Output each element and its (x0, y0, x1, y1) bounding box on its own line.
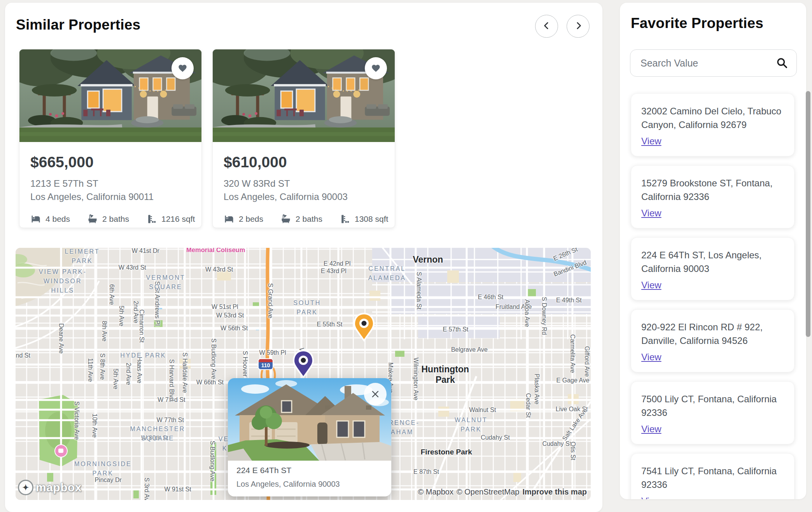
sqft-value: 1216 sqft (161, 214, 195, 224)
map-street-label: S Budlong Ave (209, 440, 216, 481)
close-icon (371, 389, 380, 399)
map-street-label: W 66th St (196, 379, 224, 386)
shield-red-band (259, 359, 273, 362)
map-area-label: HYDE PARK (120, 351, 166, 360)
search-icon[interactable] (776, 57, 788, 69)
favorite-item: 15279 Brookstone ST, Fontana, California… (631, 165, 794, 228)
favorite-view-link[interactable]: View (641, 352, 662, 363)
map-street-label: W 91st St (164, 486, 191, 493)
property-price: $610,000 (224, 154, 384, 171)
map-street-label: W 43rd St (119, 264, 146, 271)
map-street-label: S 8th Ave (99, 353, 106, 379)
map-street-label: S Budlong Ave (210, 338, 217, 379)
page-scrollbar-thumb[interactable] (806, 91, 810, 337)
heart-icon (177, 63, 188, 74)
property-card-body: $610,000 320 W 83Rd ST Los Angeles, Cali… (213, 142, 395, 224)
map-street-label: W 43rd St (205, 266, 233, 273)
popup-close-button[interactable] (364, 383, 387, 405)
map-street-label: E 87th St (413, 468, 439, 475)
map-street-label: E 57th St (443, 326, 469, 333)
map-street-label: Cudahy St (481, 434, 510, 441)
sqft-stat: 1308 sqft (340, 214, 388, 224)
map-street-label: S 3rd Ave (143, 478, 150, 500)
map-street-label: E 42nd Pl (324, 260, 350, 267)
map-street-label: S Grand Ave (267, 283, 274, 318)
favorite-heart-button[interactable] (365, 57, 387, 79)
property-card-body: $665,000 1213 E 57Th ST Los Angeles, Cal… (19, 142, 201, 224)
baths-value: 2 baths (102, 214, 129, 224)
map-city-label: Huntington Park (422, 364, 469, 385)
property-marker-purple[interactable] (292, 349, 315, 379)
favorite-item: 920-922 El Rincon RD # 922, Danville, Ca… (631, 309, 794, 372)
favorite-heart-button[interactable] (172, 57, 194, 79)
search-input[interactable] (630, 49, 797, 77)
favorite-view-link[interactable]: View (641, 136, 662, 147)
map-street-label: Plaska Ave (533, 373, 540, 404)
area-icon (146, 214, 157, 224)
map-poi-label: Memorial Coliseum (186, 248, 245, 254)
property-city: Los Angeles, California 90003 (224, 190, 384, 203)
map-street-label: 5th Ave (118, 305, 125, 326)
map-street-label: 11th Ave (87, 358, 94, 382)
map-street-label: Cimarron St (138, 309, 145, 342)
map-street-label: Cedar St (525, 393, 532, 417)
map-street-label: 2nd Ave (125, 363, 132, 385)
map[interactable]: W 41st Dr W 43rd St W 43rd St E 42nd Pl … (16, 248, 591, 500)
property-address: 1213 E 57Th ST (30, 177, 191, 190)
property-photo (213, 49, 395, 142)
bath-icon (87, 214, 98, 224)
favorites-search (630, 49, 797, 77)
attribution-osm-link[interactable]: © OpenStreetMap (457, 487, 519, 496)
favorite-item: 7541 Lily CT, Fontana, California 92336 … (631, 453, 794, 499)
property-marker-orange[interactable] (353, 312, 375, 342)
mapbox-logo-icon: ✦ (18, 480, 33, 495)
favorite-view-link[interactable]: View (641, 280, 662, 291)
sqft-stat: 1216 sqft (146, 214, 195, 224)
property-price: $665,000 (30, 154, 191, 171)
favorite-properties-panel: Favorite Properties 32002 Camino Del Cie… (620, 3, 806, 499)
map-street-label: 10th Ave (91, 414, 98, 438)
carousel-next-button[interactable] (567, 15, 590, 38)
chevron-right-icon (573, 21, 583, 32)
favorite-view-link[interactable]: View (641, 496, 662, 499)
favorite-address: 7500 Lily CT, Fontana, California 92336 (641, 392, 784, 419)
carousel-prev-button[interactable] (535, 15, 558, 38)
improve-map-link[interactable]: Improve this map (522, 487, 587, 496)
map-street-label: E 43rd Pl (321, 268, 346, 275)
mapbox-wordmark: mapbox (36, 481, 82, 494)
map-street-label: S Harvard Blvd (168, 359, 175, 401)
beds-stat: 4 beds (30, 214, 70, 224)
mapbox-logo[interactable]: ✦ mapbox (18, 480, 82, 495)
favorite-view-link[interactable]: View (641, 208, 662, 219)
shield-number: 110 (259, 362, 273, 369)
map-attribution: © Mapbox© OpenStreetMapImprove this map (415, 487, 587, 496)
similar-cards-row: $665,000 1213 E 57Th ST Los Angeles, Cal… (19, 49, 395, 228)
favorite-view-link[interactable]: View (641, 424, 662, 435)
map-street-label: W 59th Pl (259, 349, 286, 356)
favorite-address: 7541 Lily CT, Fontana, California 92336 (641, 464, 784, 491)
map-city-label: Vernon (413, 254, 443, 265)
map-street-label: W 41st Dr (132, 248, 159, 254)
beds-stat: 2 beds (224, 214, 263, 224)
map-street-label: S Alameda St (415, 272, 422, 310)
map-street-label: 2nd St (16, 352, 30, 359)
favorite-address: 920-922 El Rincon RD # 922, Danville, Ca… (641, 320, 784, 347)
map-street-label: E 49th St (556, 297, 582, 304)
map-street-label: E 55th St (317, 321, 343, 328)
property-city: Los Angeles, California 90011 (30, 190, 191, 203)
property-card[interactable]: $665,000 1213 E 57Th ST Los Angeles, Cal… (19, 49, 202, 228)
map-street-label: Deane Ave (58, 323, 65, 354)
baths-value: 2 baths (296, 214, 322, 224)
map-area-label: MANCHESTER SQUARE (130, 424, 185, 443)
map-street-label: E 46th St (478, 294, 504, 301)
map-street-label: 6th Ave (108, 284, 115, 305)
map-street-label: W 53rd St (216, 312, 244, 319)
property-card[interactable]: $610,000 320 W 83Rd ST Los Angeles, Cali… (212, 49, 395, 228)
attribution-mapbox-link[interactable]: © Mapbox (418, 487, 453, 496)
map-street-label: Carmelita Ave (569, 335, 576, 373)
beds-value: 2 beds (239, 214, 263, 224)
map-street-label: 5th Ave (112, 368, 119, 389)
map-city-label: Firestone Park (421, 447, 472, 457)
map-area-label: WALNUT PARK (455, 416, 488, 434)
map-street-label: Wilmington Ave (412, 358, 419, 400)
